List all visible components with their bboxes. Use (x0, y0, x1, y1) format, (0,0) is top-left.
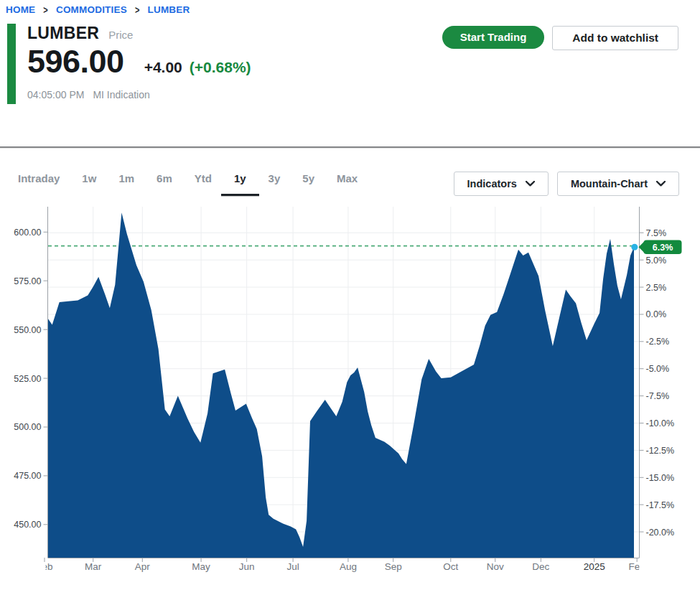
svg-text:Aug: Aug (340, 561, 357, 572)
tab-1w[interactable]: 1w (82, 172, 96, 197)
breadcrumb-chevron-icon: > (135, 4, 140, 15)
svg-text:Feb: Feb (629, 561, 645, 572)
svg-text:Jun: Jun (239, 561, 255, 572)
tab-max[interactable]: Max (337, 172, 358, 197)
price-label: Price (108, 29, 133, 41)
svg-text:500.00: 500.00 (14, 422, 41, 432)
svg-text:-2.5%: -2.5% (646, 337, 670, 347)
quote-timestamp: 04:05:00 PM (27, 89, 84, 100)
tab-3y[interactable]: 3y (269, 172, 281, 197)
svg-text:0.0%: 0.0% (646, 309, 667, 319)
tab-6m[interactable]: 6m (157, 172, 172, 197)
tab-ytd[interactable]: Ytd (195, 172, 212, 197)
svg-text:Sep: Sep (385, 561, 402, 572)
start-trading-button[interactable]: Start Trading (442, 26, 545, 49)
svg-text:Mar: Mar (85, 561, 102, 572)
svg-text:-20.0%: -20.0% (646, 528, 675, 538)
tab-1m[interactable]: 1m (118, 172, 134, 197)
svg-text:Jul: Jul (286, 561, 299, 572)
current-price: 596.00 (27, 44, 124, 80)
svg-text:Nov: Nov (487, 561, 504, 572)
svg-text:7.5%: 7.5% (646, 228, 667, 238)
breadcrumb-chevron-icon: > (43, 4, 48, 15)
svg-text:-15.0%: -15.0% (646, 473, 675, 483)
price-change: +4.00 (144, 59, 182, 76)
chevron-down-icon (526, 181, 535, 187)
breadcrumb-home-link[interactable]: HOME (6, 4, 35, 15)
svg-text:5.0%: 5.0% (646, 256, 667, 266)
svg-text:-17.5%: -17.5% (646, 500, 675, 510)
breadcrumb: HOME > COMMODITIES > LUMBER (6, 4, 190, 15)
tab-intraday[interactable]: Intraday (18, 172, 60, 197)
price-change-percent: (+0.68%) (190, 59, 251, 76)
add-to-watchlist-button[interactable]: Add to watchlist (552, 26, 678, 50)
svg-text:-12.5%: -12.5% (646, 446, 675, 456)
current-value-badge: 6.3% (639, 240, 682, 254)
svg-text:525.00: 525.00 (14, 374, 41, 384)
breadcrumb-commodities-link[interactable]: COMMODITIES (56, 4, 127, 15)
chevron-down-icon (656, 181, 666, 187)
breadcrumb-lumber-link[interactable]: LUMBER (148, 4, 190, 15)
quote-accent-bar (7, 24, 16, 104)
indicators-dropdown[interactable]: Indicators (454, 172, 549, 196)
tab-1y[interactable]: 1y (234, 172, 246, 197)
svg-text:475.00: 475.00 (14, 471, 41, 481)
svg-text:May: May (192, 561, 210, 572)
svg-text:-5.0%: -5.0% (646, 364, 670, 374)
y-axis-left: 600.00575.00550.00525.00500.00475.00450.… (14, 228, 47, 530)
svg-text:2.5%: 2.5% (646, 283, 667, 293)
range-tabs: Intraday1w1m6mYtd1y3y5yMax (18, 172, 358, 197)
svg-text:-7.5%: -7.5% (646, 391, 670, 401)
svg-text:Oct: Oct (443, 561, 458, 572)
y-axis-right: 7.5%5.0%2.5%0.0%-2.5%-5.0%-7.5%-10.0%-12… (640, 228, 675, 538)
svg-text:Apr: Apr (135, 561, 151, 572)
chart-toolbar: Intraday1w1m6mYtd1y3y5yMax Indicators Mo… (0, 169, 700, 200)
chart-type-dropdown-label: Mountain-Chart (571, 178, 648, 189)
chart-type-dropdown[interactable]: Mountain-Chart (557, 172, 679, 196)
svg-text:-10.0%: -10.0% (646, 418, 675, 428)
section-divider (0, 146, 700, 149)
area-series (48, 212, 634, 558)
svg-text:Dec: Dec (532, 561, 549, 572)
current-value-dot (631, 244, 638, 250)
svg-text:550.00: 550.00 (14, 325, 41, 335)
svg-text:450.00: 450.00 (14, 520, 41, 530)
price-chart[interactable]: 600.00575.00550.00525.00500.00475.00450.… (0, 203, 700, 595)
indicators-dropdown-label: Indicators (467, 178, 517, 189)
svg-text:Feb: Feb (36, 561, 52, 572)
svg-text:575.00: 575.00 (14, 276, 41, 286)
quote-indication: MI Indication (93, 89, 149, 100)
x-axis-labels: FebMarAprMayJunJulAugSepOctNovDec2025Feb (36, 561, 645, 572)
svg-text:600.00: 600.00 (14, 228, 41, 238)
tab-5y[interactable]: 5y (302, 172, 314, 197)
svg-text:6.3%: 6.3% (653, 243, 673, 253)
instrument-title: LUMBER (27, 24, 99, 43)
svg-text:2025: 2025 (584, 561, 605, 572)
